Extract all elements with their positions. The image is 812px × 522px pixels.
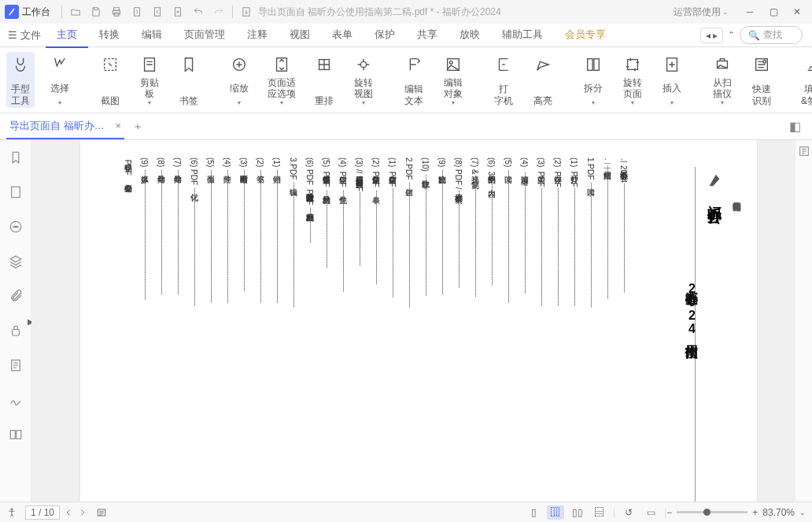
menu-tab[interactable]: 视图 [279, 23, 321, 48]
page-viewport[interactable]: 福昕办公 福昕办公套件使用指南 福昕办公2024使用指南 一、关于福昕办公202… [31, 140, 795, 502]
ribbon-item[interactable]: 打 字机 [489, 52, 518, 108]
zoom-in-button[interactable]: + [752, 507, 758, 518]
view-continuous-icon[interactable]: ⿲ [547, 505, 564, 520]
ribbon-item[interactable]: 剪贴 板▾ [135, 52, 164, 108]
compare-icon[interactable] [8, 427, 24, 442]
ribbon-prev-icon[interactable]: ◂ ▸ [700, 28, 723, 43]
quick-access-toolbar [67, 3, 227, 20]
menu-tab[interactable]: 放映 [448, 23, 491, 48]
panel-toggle-icon[interactable]: ◧ [789, 119, 806, 134]
hamburger-menu[interactable]: ☰ 文件 [3, 28, 46, 43]
ribbon-item[interactable]: 编辑 文本 [400, 52, 428, 108]
menu-tab[interactable]: 会员专享 [554, 23, 617, 48]
chevron-down-icon: ▾ [362, 99, 365, 106]
tool-icon [532, 54, 554, 76]
undo-icon[interactable] [190, 3, 207, 20]
menu-tab[interactable]: 保护 [364, 23, 406, 48]
toc-entry: (9) 多媒体·································… [139, 157, 149, 307]
zoom-controls: − + 83.70% ⌄ [666, 507, 806, 518]
ribbon-item[interactable]: 编辑 对象▾ [439, 52, 467, 108]
tool-label: 旋转 页面 [623, 77, 642, 100]
page-indicator[interactable]: 1 / 10 [25, 505, 88, 520]
close-button[interactable]: ✕ [787, 3, 807, 20]
menu-tab[interactable]: 注释 [236, 23, 279, 48]
department-dropdown[interactable]: 运营部使用⌄ [674, 6, 729, 19]
view-single-icon[interactable]: ▯ [525, 505, 542, 520]
ribbon-item[interactable]: 高亮 [529, 52, 557, 108]
zoom-out-button[interactable]: − [666, 507, 672, 518]
ribbon-item[interactable]: 拆分▾ [579, 52, 607, 108]
ribbon-item[interactable]: 缩放▾ [225, 52, 253, 108]
security-icon[interactable] [8, 323, 24, 339]
toc-entry: (5) 图像··································… [205, 157, 216, 307]
maximize-button[interactable]: ▢ [763, 3, 784, 20]
search-input[interactable]: 🔍 查找 [740, 26, 803, 44]
zoom-slider[interactable] [677, 511, 747, 513]
view-continuous-facing-icon[interactable]: ⿳ [591, 505, 608, 520]
comments-icon[interactable] [8, 219, 24, 235]
menu-tab[interactable]: 页面管理 [173, 23, 236, 48]
thumbnails-icon[interactable] [8, 184, 24, 200]
ribbon-item[interactable]: 书签 [175, 52, 203, 108]
next-doc-icon[interactable] [149, 3, 166, 20]
prev-doc-icon[interactable] [128, 3, 146, 20]
accessibility-icon[interactable] [6, 507, 17, 518]
app-logo-icon [5, 5, 19, 19]
document-tab[interactable]: 导出页面自 福昕办公... × [6, 114, 124, 139]
tool-icon [582, 54, 604, 76]
signature-icon[interactable] [8, 392, 24, 408]
toc-entry: (1) 创建空白 PDF····························… [387, 157, 397, 307]
toc-entry: (5) 阅读··································… [503, 157, 513, 307]
menu-tab[interactable]: 表单 [321, 23, 364, 48]
tool-icon [751, 54, 773, 76]
tool-label: 快速 识别 [752, 83, 771, 106]
tool-label: 打 字机 [494, 83, 513, 106]
open-icon[interactable] [67, 3, 84, 20]
ribbon-item[interactable]: 手型 工具 [6, 52, 35, 108]
tab-close-icon[interactable]: × [115, 120, 121, 131]
ribbon-item[interactable]: 重排 [310, 52, 338, 108]
chevron-down-icon: ▾ [238, 99, 241, 106]
export-icon[interactable] [238, 3, 255, 20]
menu-tab[interactable]: 转换 [88, 23, 131, 48]
separator [61, 6, 62, 18]
menu-tab[interactable]: 主页 [46, 23, 88, 48]
next-page-icon [77, 507, 88, 518]
new-tab-button[interactable]: ＋ [132, 120, 143, 134]
svg-rect-4 [155, 8, 161, 17]
ribbon-item[interactable]: 从扫 描仪▾ [708, 52, 736, 108]
menu-tab[interactable]: 编辑 [131, 23, 173, 48]
toc-entry: (4) 附件··································… [222, 157, 232, 307]
minimize-button[interactable]: ─ [740, 3, 760, 20]
word-count-icon[interactable] [96, 507, 107, 518]
ribbon-item[interactable]: 快速 识别 [747, 52, 776, 108]
view-facing-icon[interactable]: ▯▯ [569, 505, 586, 520]
ribbon-item[interactable]: 旋转 页面▾ [618, 52, 647, 108]
ribbon-item[interactable]: 旋转 视图▾ [349, 52, 378, 108]
ribbon-item[interactable]: 页面适 应选项▾ [264, 52, 299, 108]
layers-icon[interactable] [8, 254, 24, 269]
workspace-label[interactable]: 工作台 [22, 6, 50, 19]
toc-entry: (4) 阅读 导出·······························… [519, 157, 530, 307]
menu-tab[interactable]: 共享 [406, 23, 448, 48]
form-icon[interactable] [8, 357, 24, 373]
redo-icon[interactable] [210, 3, 227, 20]
ribbon-item[interactable]: 选择▾ [46, 52, 74, 108]
save-icon[interactable] [87, 3, 105, 20]
ribbon-collapse-icon[interactable]: ⌃ [728, 30, 735, 40]
toc-entry: 二、使用指南··································… [602, 157, 612, 307]
ribbon-item[interactable]: 填写 &签名 [798, 52, 812, 108]
ribbon-item[interactable]: 插入▾ [658, 52, 686, 108]
main-area: ▶ 福昕办公 福昕办公套件使用指南 福昕办公2024使用指南 一、关于福昕办公2… [0, 140, 812, 502]
menu-tab[interactable]: 辅助工具 [491, 23, 554, 48]
reflow-icon[interactable]: ↺ [620, 505, 637, 520]
attachments-icon[interactable] [8, 288, 24, 304]
bookmark-icon[interactable] [8, 150, 24, 165]
presentation-icon[interactable]: ▭ [642, 505, 659, 520]
print-icon[interactable] [108, 3, 125, 20]
doc-add-icon[interactable] [169, 3, 186, 20]
ribbon-item[interactable]: 截图 [96, 52, 124, 108]
zoom-value[interactable]: 83.70% [762, 507, 795, 518]
zoom-dropdown-icon[interactable]: ⌄ [799, 509, 806, 516]
properties-icon[interactable] [798, 145, 810, 157]
